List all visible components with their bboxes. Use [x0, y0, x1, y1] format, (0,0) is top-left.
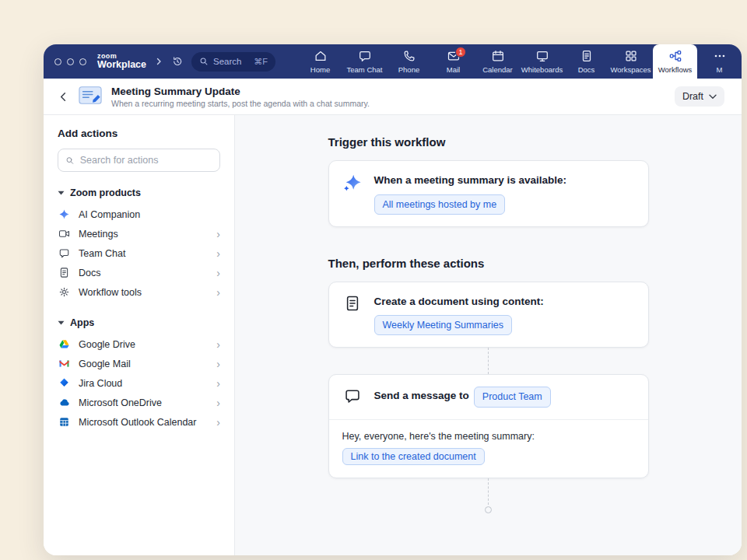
actions-search-input[interactable] — [80, 155, 212, 166]
create-document-text: Create a document using content: — [374, 296, 544, 307]
sidebar-item-label: Meetings — [79, 229, 118, 240]
nav-label: Mail — [447, 65, 460, 74]
caret-down-icon — [58, 320, 65, 325]
history-icon[interactable] — [171, 55, 184, 68]
sidebar-item-label: Docs — [79, 268, 100, 278]
sidebar-item-ai-companion[interactable]: AI Companion — [58, 205, 220, 224]
nav-label: Phone — [398, 65, 419, 74]
outlook-calendar-icon — [58, 415, 71, 429]
nav-item-mail[interactable]: 1 Mail — [431, 44, 475, 79]
nav-item-calendar[interactable]: Calendar — [475, 44, 520, 79]
chevron-right-icon: › — [216, 397, 220, 408]
section-label: Apps — [70, 317, 94, 328]
section-apps[interactable]: Apps — [58, 317, 220, 328]
sidebar-item-label: Team Chat — [79, 248, 125, 259]
team-chat-icon — [58, 247, 71, 260]
sidebar-item-meetings[interactable]: Meetings › — [58, 224, 220, 243]
window-dot[interactable] — [79, 58, 86, 65]
ai-companion-icon — [58, 208, 71, 221]
nav-label: Whiteboards — [521, 65, 563, 74]
flow-end-node[interactable] — [485, 506, 492, 513]
section-zoom-products[interactable]: Zoom products — [58, 187, 220, 198]
document-link-tag[interactable]: Link to the created document — [342, 448, 485, 465]
nav-label: Home — [310, 65, 330, 74]
section-label: Zoom products — [70, 187, 141, 198]
chevron-down-icon — [709, 94, 717, 100]
nav-label: M — [717, 65, 723, 74]
workflows-icon — [668, 49, 682, 63]
workspaces-icon — [624, 49, 638, 63]
workflow-title-block: Meeting Summary Update When a recurring … — [111, 86, 370, 108]
global-search[interactable]: Search ⌘F — [191, 52, 275, 72]
actions-heading: Then, perform these actions — [328, 257, 649, 270]
message-body-text: Hey, everyone, here's the meeting summar… — [342, 431, 635, 442]
window-controls[interactable] — [54, 58, 86, 65]
workflow-column: Trigger this workflow When a meeting sum… — [328, 135, 649, 537]
nav-item-phone[interactable]: Phone — [387, 44, 431, 79]
nav-label: Team Chat — [347, 65, 383, 74]
message-body[interactable]: Hey, everyone, here's the meeting summar… — [329, 419, 648, 478]
mail-unread-badge: 1 — [455, 47, 466, 58]
sidebar-item-label: Google Mail — [79, 359, 131, 369]
sidebar-item-label: Microsoft OneDrive — [79, 397, 162, 408]
send-message-card[interactable]: Send a message toProduct Team Hey, every… — [328, 374, 649, 478]
trigger-scope-tag[interactable]: All meetings hosted by me — [374, 194, 506, 215]
actions-sidebar: Add actions Zoom products AI Companion M… — [44, 115, 235, 555]
nav-item-home[interactable]: Home — [298, 44, 342, 79]
phone-icon — [402, 49, 416, 63]
sidebar-item-workflow-tools[interactable]: Workflow tools › — [58, 282, 220, 302]
trigger-card[interactable]: When a meeting summary is available: All… — [328, 160, 649, 227]
chevron-right-icon: › — [216, 248, 220, 259]
back-button[interactable] — [58, 91, 69, 103]
sidebar-item-microsoft-onedrive[interactable]: Microsoft OneDrive › — [58, 393, 220, 412]
sidebar-item-microsoft-outlook-calendar[interactable]: Microsoft Outlook Calendar › — [58, 412, 220, 432]
gear-icon — [58, 285, 71, 299]
nav-item-team-chat[interactable]: Team Chat — [342, 44, 387, 79]
chevron-right-icon: › — [216, 268, 220, 278]
jira-cloud-icon — [58, 376, 71, 390]
home-icon — [314, 49, 328, 63]
create-document-card[interactable]: Create a document using content: Weekly … — [328, 282, 649, 348]
message-bubble-icon — [342, 387, 363, 404]
ai-sparkle-icon — [342, 173, 363, 194]
nav-label: Calendar — [482, 65, 513, 74]
caret-down-icon — [58, 191, 65, 195]
actions-search-box[interactable] — [58, 149, 220, 172]
docs-icon — [58, 266, 71, 279]
document-content-tag[interactable]: Weekly Meeting Summaries — [374, 315, 512, 335]
workspace-body: Add actions Zoom products AI Companion M… — [44, 115, 742, 555]
sidebar-item-jira-cloud[interactable]: Jira Cloud › — [58, 373, 220, 393]
sidebar-item-team-chat[interactable]: Team Chat › — [58, 243, 220, 263]
chevron-right-icon: › — [216, 378, 220, 389]
window-dot[interactable] — [54, 58, 61, 65]
more-icon — [713, 49, 727, 63]
chevron-right-icon: › — [216, 287, 220, 298]
chevron-right-icon[interactable] — [154, 57, 163, 66]
status-dropdown[interactable]: Draft — [675, 86, 724, 107]
trigger-text: When a meeting summary is available: — [374, 174, 567, 186]
window-dot[interactable] — [67, 58, 74, 65]
nav-item-more[interactable]: M — [697, 44, 742, 79]
nav-label: Workspaces — [610, 65, 651, 74]
nav-item-docs[interactable]: Docs — [564, 44, 608, 79]
whiteboards-icon — [535, 49, 549, 63]
navbar-left: zoom Workplace Search ⌘F — [44, 44, 275, 79]
sidebar-item-google-drive[interactable]: Google Drive › — [58, 334, 220, 354]
search-shortcut: ⌘F — [254, 57, 268, 67]
navbar-items: Home Team Chat Phone 1 Mail — [298, 44, 742, 79]
nav-item-whiteboards[interactable]: Whiteboards — [520, 44, 564, 79]
meetings-icon — [58, 227, 71, 240]
nav-item-workspaces[interactable]: Workspaces — [608, 44, 653, 79]
sidebar-item-label: Workflow tools — [79, 287, 142, 298]
nav-label: Workflows — [658, 65, 693, 74]
nav-item-workflows[interactable]: Workflows — [653, 44, 697, 79]
search-label: Search — [213, 57, 241, 66]
nav-label: Docs — [578, 65, 595, 74]
workflow-canvas: Trigger this workflow When a meeting sum… — [235, 115, 742, 555]
sidebar-item-docs[interactable]: Docs › — [58, 263, 220, 282]
onedrive-icon — [58, 396, 71, 409]
status-label: Draft — [682, 91, 703, 102]
recipient-tag[interactable]: Product Team — [474, 387, 551, 407]
sidebar-item-google-mail[interactable]: Google Mail › — [58, 354, 220, 373]
team-chat-icon — [358, 49, 372, 63]
